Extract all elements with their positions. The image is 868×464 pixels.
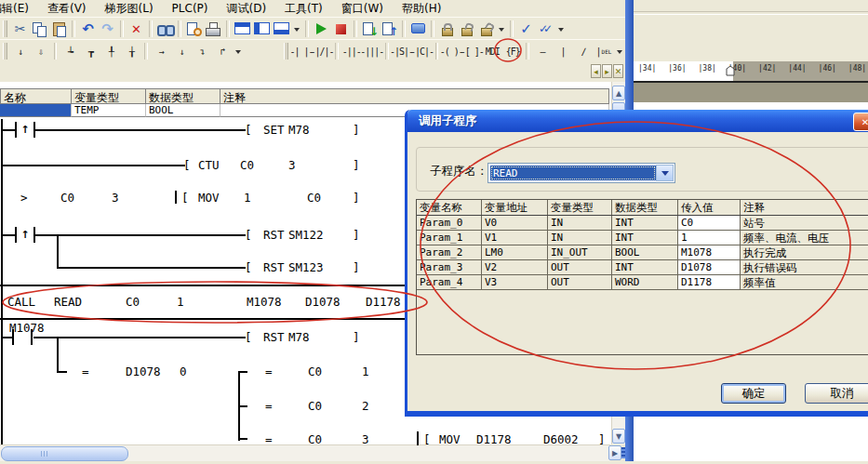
- f-box-icon[interactable]: {F}: [502, 42, 523, 60]
- lock-icon[interactable]: [437, 20, 457, 38]
- ladder-token[interactable]: RST: [263, 260, 285, 274]
- ladder-token[interactable]: 0: [180, 365, 187, 378]
- ladder-token[interactable]: >: [20, 191, 28, 205]
- nav-next-button[interactable]: ▸: [602, 64, 612, 78]
- ladder-token[interactable]: READ: [54, 295, 82, 309]
- param-cell-r4-c4[interactable]: D1178: [678, 275, 741, 289]
- wire-down-icon[interactable]: ↓: [171, 42, 192, 60]
- ladder-token[interactable]: SM122: [288, 228, 324, 242]
- rung-delete-below-icon[interactable]: ╁: [121, 42, 141, 60]
- ladder-token[interactable]: [: [245, 330, 252, 344]
- ladder-token[interactable]: MOV: [439, 432, 461, 446]
- scroll-down-button[interactable]: ▼: [612, 429, 625, 444]
- caret-icon[interactable]: [291, 20, 302, 38]
- ladder-token[interactable]: [: [183, 158, 191, 172]
- download-icon[interactable]: [360, 20, 380, 38]
- ladder-token[interactable]: D1178: [476, 432, 512, 446]
- scroll-right-button[interactable]: ▶: [608, 445, 621, 460]
- menu-item-6[interactable]: 窗口(W): [341, 1, 383, 17]
- nav-prev-button[interactable]: ◂: [591, 64, 601, 78]
- ladder-token[interactable]: M78: [288, 330, 310, 344]
- nav-close-button[interactable]: ✕: [613, 64, 623, 78]
- ladder-token[interactable]: [: [245, 123, 252, 137]
- menu-item-2[interactable]: 梯形图(L): [105, 1, 154, 17]
- arrow-down-solid-icon[interactable]: ↓: [10, 42, 31, 60]
- dialog-title-bar[interactable]: 调用子程序: [407, 110, 868, 132]
- copy-icon[interactable]: [30, 20, 49, 38]
- wire-corner-down-icon[interactable]: ↴: [192, 42, 212, 60]
- horizontal-scroll-thumb[interactable]: [1, 446, 128, 461]
- wire-right-icon[interactable]: →: [151, 42, 171, 60]
- ladder-token[interactable]: ]: [598, 432, 606, 446]
- contact-count-icon[interactable]: -|C|-: [412, 42, 433, 60]
- param-cell-r1-c4[interactable]: 1: [678, 231, 741, 245]
- ladder-token[interactable]: [: [245, 260, 252, 274]
- ladder-token[interactable]: =: [265, 399, 273, 413]
- ladder-token[interactable]: C0: [60, 191, 74, 205]
- menu-item-5[interactable]: 工具(T): [285, 1, 323, 17]
- delete-icon[interactable]: [127, 20, 146, 38]
- ladder-token[interactable]: ]: [353, 191, 360, 205]
- ladder-token[interactable]: C0: [308, 365, 322, 378]
- del-tool-icon[interactable]: |DEL: [594, 42, 614, 60]
- ladder-contact[interactable]: ↑: [15, 227, 35, 243]
- mdi-icon[interactable]: MDI: [482, 42, 502, 60]
- ladder-token[interactable]: 1: [244, 191, 251, 205]
- rung-delete-icon[interactable]: ╀: [100, 42, 121, 60]
- line-slash-icon[interactable]: ∕: [573, 42, 594, 60]
- line-horizontal-icon[interactable]: —: [532, 42, 553, 60]
- menu-item-4[interactable]: 调试(D): [227, 1, 267, 17]
- param-cell-r2-c4[interactable]: M1078: [678, 245, 741, 259]
- ladder-token[interactable]: 3: [112, 191, 119, 205]
- menu-item-7[interactable]: 帮助(H): [402, 1, 441, 17]
- run-icon[interactable]: [312, 20, 331, 38]
- ladder-token[interactable]: C0: [307, 191, 321, 205]
- caret-icon[interactable]: [614, 42, 625, 60]
- ladder-token[interactable]: ]: [353, 158, 360, 172]
- check-double-icon[interactable]: [536, 20, 555, 38]
- ladder-token[interactable]: SM123: [288, 260, 324, 274]
- ladder-token[interactable]: CALL: [7, 295, 35, 309]
- func-box-icon[interactable]: -[ ]-: [461, 42, 482, 60]
- combobox-dropdown-icon[interactable]: [656, 165, 674, 181]
- ladder-token[interactable]: [: [181, 191, 189, 205]
- toolbar-handle[interactable]: [3, 20, 7, 37]
- ladder-token[interactable]: C0: [126, 295, 140, 309]
- caret-icon[interactable]: [496, 20, 507, 38]
- contact-no-icon[interactable]: -| |-: [291, 42, 312, 60]
- param-cell-r3-c4[interactable]: D1078: [678, 260, 741, 274]
- ladder-token[interactable]: SET: [263, 123, 285, 137]
- unlock-icon[interactable]: [457, 20, 476, 38]
- contact-nc-icon[interactable]: -|/|-: [312, 42, 332, 60]
- ladder-token[interactable]: ]: [353, 260, 360, 274]
- ladder-token[interactable]: 1: [362, 365, 369, 378]
- ladder-token[interactable]: C0: [240, 158, 254, 172]
- ladder-contact[interactable]: ↑: [15, 122, 35, 138]
- ladder-token[interactable]: [: [423, 432, 431, 446]
- print-preview-icon[interactable]: [184, 20, 204, 38]
- var-table-cell-1[interactable]: TEMP: [72, 104, 146, 117]
- contact-pulse-p-icon[interactable]: -||-: [341, 42, 362, 60]
- caret-icon[interactable]: [555, 20, 567, 38]
- check-icon[interactable]: [516, 20, 536, 38]
- monitor-icon[interactable]: [408, 20, 428, 38]
- ladder-token[interactable]: C0: [308, 432, 322, 446]
- redo-icon[interactable]: [98, 20, 117, 38]
- arrow-down-hollow-icon[interactable]: ⇩: [31, 42, 51, 60]
- toolbar-handle[interactable]: [284, 43, 288, 60]
- lock-open-icon[interactable]: [476, 20, 496, 38]
- ladder-token[interactable]: RST: [263, 330, 285, 344]
- menu-item-0[interactable]: 编辑(E): [0, 1, 29, 17]
- ladder-token[interactable]: 1: [177, 295, 184, 309]
- contact-set-icon[interactable]: -|S|-: [392, 42, 412, 60]
- ladder-token[interactable]: 2: [362, 399, 369, 413]
- ladder-token[interactable]: MOV: [198, 191, 220, 205]
- dialog-close-button[interactable]: ✕: [853, 113, 868, 131]
- caret-icon[interactable]: [233, 42, 244, 60]
- window-top-icon[interactable]: [233, 20, 252, 38]
- ladder-token[interactable]: D1078: [305, 295, 341, 309]
- param-cell-r0-c4[interactable]: C0: [678, 216, 741, 230]
- ladder-token[interactable]: ]: [353, 123, 360, 137]
- upload-icon[interactable]: [380, 20, 399, 38]
- ladder-token[interactable]: =: [82, 365, 89, 378]
